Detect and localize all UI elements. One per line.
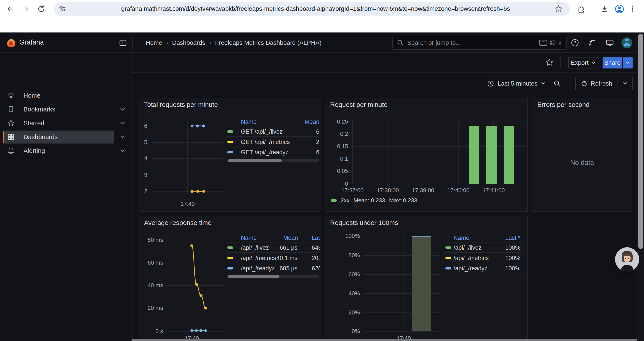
back-button[interactable] (4, 3, 16, 15)
forward-button[interactable] (20, 3, 32, 15)
url-bar[interactable]: grafana.mathmast.com/d/deytv4rwavabkb/fr… (54, 2, 570, 16)
url-text[interactable]: grafana.mathmast.com/d/deytv4rwavabkb/fr… (121, 2, 599, 16)
series-swatch (227, 151, 233, 153)
search-box[interactable]: Search or jump to... ⌘+k (392, 36, 566, 50)
active-item-indicator (3, 131, 4, 143)
share-menu-button[interactable] (623, 57, 632, 69)
user-avatar[interactable] (622, 37, 632, 48)
panel-title[interactable]: Errors per second (537, 101, 590, 108)
chevron-down-icon[interactable] (120, 122, 125, 125)
site-settings-icon[interactable] (58, 5, 66, 13)
legend-row[interactable]: /api/_/livez 661 µs 646 (227, 242, 319, 253)
toolbar-divider (592, 5, 592, 13)
refresh-button[interactable]: Refresh (576, 77, 617, 90)
grafana-logo[interactable] (6, 38, 16, 48)
legend-row[interactable]: /api/_/metrics 40.1 ms 20.5 r (227, 253, 319, 263)
column-header-mean[interactable]: Mean (283, 235, 298, 241)
browser-menu-button[interactable] (626, 3, 639, 15)
series-swatch (227, 257, 233, 259)
y-tick: 20 ms (139, 304, 163, 311)
time-range-picker[interactable]: Last 5 minutes (482, 77, 550, 90)
series-name[interactable]: GET /api/_/metrics (241, 139, 290, 146)
legend-row[interactable]: /api/_/readyz 100% (443, 263, 522, 273)
favorite-star-icon[interactable] (545, 58, 554, 67)
sidebar-item-starred[interactable]: Starred (0, 116, 131, 130)
legend-row[interactable]: GET /api/_/metrics 2 (227, 137, 319, 147)
y-tick: 0 s (139, 328, 163, 335)
brand-name[interactable]: Grafana (19, 38, 44, 46)
column-header-name[interactable]: Name (454, 235, 469, 241)
assistant-avatar[interactable] (615, 247, 639, 271)
sidebar-item-dashboards[interactable]: Dashboards (0, 130, 131, 144)
dashboard-actions-row: Export Share (132, 53, 638, 73)
sidebar-item-home[interactable]: Home (0, 89, 131, 103)
series-name[interactable]: /api/_/livez (454, 244, 482, 251)
vertical-scrollbar[interactable] (638, 33, 644, 341)
column-header-name[interactable]: Name (241, 235, 257, 241)
active-item-background (3, 131, 114, 144)
table-scrollbar[interactable] (227, 159, 319, 162)
share-button[interactable]: Share (602, 57, 622, 69)
series-name[interactable]: /api/_/readyz (454, 265, 488, 272)
horizontal-scrollbar[interactable] (132, 339, 638, 341)
browser-toolbar: grafana.mathmast.com/d/deytv4rwavabkb/fr… (0, 0, 644, 18)
legend-table: Name Mean Las /api/_/livez 661 µs 646 /a… (227, 233, 319, 273)
search-icon (397, 39, 404, 47)
series-name[interactable]: 2xx (341, 197, 350, 204)
sidebar-item-label: Starred (24, 116, 44, 130)
column-header-last[interactable]: Las (312, 235, 320, 241)
series-name[interactable]: /api/_/metrics (454, 255, 489, 261)
help-button[interactable]: ? (570, 38, 580, 47)
y-tick: 80 ms (139, 237, 163, 243)
header-divider (132, 36, 133, 50)
chevron-down-icon (626, 62, 630, 64)
series-swatch (227, 267, 233, 269)
x-tick: 17:41:00 (480, 187, 508, 194)
series-mean: 6 (316, 128, 319, 135)
sidebar-collapse-icon[interactable] (119, 39, 127, 47)
y-tick: 20% (325, 309, 360, 316)
series-name[interactable]: /api/_/readyz (241, 265, 275, 272)
scrollbar-thumb[interactable] (638, 34, 643, 249)
kiosk-mode-button[interactable] (605, 38, 614, 48)
column-header-name[interactable]: Name (241, 119, 257, 125)
chevron-down-icon[interactable] (120, 108, 125, 111)
refresh-interval-button[interactable] (618, 77, 632, 90)
downloads-button[interactable] (598, 3, 611, 15)
series-swatch (446, 267, 451, 269)
sidebar-item-alerting[interactable]: Alerting (0, 144, 131, 158)
series-name[interactable]: GET /api/_/readyz (241, 149, 288, 156)
zoom-out-button[interactable] (550, 77, 564, 90)
series-name[interactable]: /api/_/livez (241, 244, 269, 251)
column-header-last[interactable]: Last * (505, 235, 520, 241)
breadcrumb-home[interactable]: Home (146, 39, 162, 46)
breadcrumb-separator: › (166, 39, 168, 46)
bookmark-star-icon[interactable] (554, 5, 562, 13)
legend-row[interactable]: GET /api/_/livez 6 (227, 126, 319, 137)
x-tick: 17:40:00 (444, 187, 472, 194)
export-button[interactable]: Export (568, 57, 598, 69)
reload-button[interactable] (35, 3, 47, 15)
series-last: 100% (505, 255, 520, 261)
news-button[interactable] (588, 38, 597, 47)
chevron-down-icon[interactable] (120, 149, 125, 152)
breadcrumb: Home › Dashboards › Freeleaps Metrics Da… (146, 39, 322, 46)
extensions-button[interactable] (575, 3, 588, 15)
table-scrollbar[interactable] (227, 275, 319, 278)
series-swatch (331, 199, 337, 202)
legend-row[interactable]: GET /api/_/readyz 6 (227, 147, 319, 157)
chevron-down-icon[interactable] (120, 135, 125, 138)
series-name[interactable]: /api/_/metrics (241, 255, 276, 261)
legend-row[interactable]: /api/_/livez 100% (443, 242, 522, 253)
y-tick: 60 ms (139, 259, 163, 266)
sidebar-item-bookmarks[interactable]: Bookmarks (0, 103, 131, 116)
grafana-app: Grafana Home › Dashboards › Freeleaps Me… (0, 33, 644, 341)
profile-button[interactable] (613, 3, 626, 15)
legend-row[interactable]: /api/_/metrics 100% (443, 253, 522, 263)
legend-row[interactable]: /api/_/readyz 605 µs 620 (227, 263, 319, 273)
breadcrumb-dashboards[interactable]: Dashboards (172, 39, 205, 46)
sidebar-item-label: Alerting (24, 144, 45, 158)
column-header-mean[interactable]: Mean (304, 119, 319, 125)
series-name[interactable]: GET /api/_/livez (241, 128, 282, 135)
assistant-avatar-image (615, 247, 639, 271)
